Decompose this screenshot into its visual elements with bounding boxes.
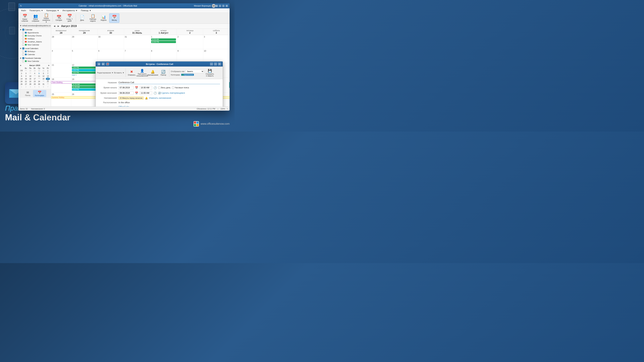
mini-cal-day-7[interactable]: 7 xyxy=(46,72,50,75)
change-reminder-link[interactable]: Изменить напоминания xyxy=(149,97,171,99)
event-19aug-3[interactable]: 2:30 PM xyxy=(72,88,97,91)
dialog-minimize-btn[interactable]: — xyxy=(210,62,213,66)
timezone-checkbox[interactable] xyxy=(172,87,174,89)
mini-cal-day-8[interactable]: 8 xyxy=(20,75,24,78)
tab-calendar[interactable]: 📅 Календарь xyxy=(33,90,46,97)
officesuite-link[interactable]: OfficeSuite xyxy=(118,106,129,106)
mini-cal-day-1sep[interactable]: 1 xyxy=(20,86,24,88)
mini-cal-day-10[interactable]: 10 xyxy=(28,75,32,78)
sidebar-local-group[interactable]: ▼ ✓ Local Calendars xyxy=(18,47,51,50)
mini-cal-day-6sep[interactable]: 6 xyxy=(42,86,46,88)
cal-cell-8aug[interactable]: 8 xyxy=(150,49,177,63)
mini-cal-day-30[interactable]: 30 xyxy=(37,83,41,86)
mini-cal-day-9[interactable]: 9 xyxy=(24,75,28,78)
mini-cal-day-13[interactable]: 13 xyxy=(46,75,50,78)
event-1aug-2[interactable]: 12:00 PM xyxy=(151,41,176,43)
new-calendar-2-checkbox[interactable] xyxy=(22,60,24,62)
menu-tools[interactable]: Инструменты ▼ xyxy=(61,9,79,12)
cal-cell-31jul[interactable]: 31 xyxy=(124,35,150,49)
mini-cal-day-2[interactable]: 2 xyxy=(20,72,24,75)
start-date-cal-icon[interactable]: 📅 xyxy=(135,86,138,89)
minimize-btn[interactable]: — xyxy=(219,5,221,7)
cal-cell-19aug[interactable]: 19 10:30 AM 11:00 AM 2:30 PM xyxy=(71,78,98,92)
mini-cal-day-4[interactable]: 4 xyxy=(32,72,37,75)
dialog-invite-btn[interactable]: 👤 Пригласить пользователей xyxy=(138,67,147,78)
week-button[interactable]: 📊 Неделя xyxy=(98,14,108,23)
new-calendar-1-checkbox[interactable] xyxy=(22,44,24,46)
mini-cal-day-29[interactable]: 29 xyxy=(32,83,37,86)
cal-cell-18aug[interactable]: 18 Team Building xyxy=(51,78,71,92)
calendar-group-checkbox[interactable]: ✓ xyxy=(22,29,24,31)
holidays-checkbox[interactable] xyxy=(22,38,24,40)
end-date-cal-icon[interactable]: 📅 xyxy=(135,92,138,95)
birthdays-checkbox[interactable] xyxy=(22,50,24,52)
everyday-chores-checkbox[interactable] xyxy=(22,35,24,37)
mini-cal-day-21[interactable]: 21 xyxy=(24,80,28,83)
mini-cal-day-14[interactable]: 14 xyxy=(20,78,24,80)
all-day-checkbox[interactable] xyxy=(158,87,160,89)
mini-cal-day-3sep[interactable]: 3 xyxy=(28,86,32,88)
zoom-minus[interactable]: — xyxy=(217,108,219,110)
dialog-maximize-btn[interactable]: □ xyxy=(214,62,217,66)
cal-cell-7aug[interactable]: 7 xyxy=(124,49,150,63)
sidebar-item-appointments[interactable]: Appointments xyxy=(18,31,51,34)
dialog-back-btn[interactable]: ◄ xyxy=(97,62,100,66)
dialog-menu-edit[interactable]: Редактирование ▼ xyxy=(97,72,114,74)
dialog-close-btn[interactable]: ✕ xyxy=(218,62,221,66)
new-meeting-button[interactable]: 👥 Новое собрание xyxy=(30,14,40,23)
dialog-repeat-btn[interactable]: 🔄 Повтор xyxy=(159,67,168,78)
event-19aug-2[interactable]: 11:00 AM xyxy=(72,86,97,88)
cal-cell-29jul[interactable]: 29 xyxy=(71,35,98,49)
mini-cal-day-17[interactable]: 17 xyxy=(32,78,37,80)
cal-cell-9aug[interactable]: 9 xyxy=(177,49,203,63)
sidebar-item-new-calendar-1[interactable]: New Calendar xyxy=(18,43,51,46)
repeat-link[interactable]: 🔄 Сделать повторяющимся xyxy=(158,92,185,94)
sidebar-calendar-group[interactable]: ▼ ✓ Calendar xyxy=(18,28,51,31)
cal-cell-11aug[interactable]: 11 xyxy=(51,63,71,78)
mini-cal-day-6[interactable]: 6 xyxy=(42,72,46,75)
maximize-btn[interactable]: □ xyxy=(222,5,224,7)
event-12aug-1[interactable]: 1:00 PM xyxy=(72,66,97,69)
cal-cell-26aug[interactable]: 26 xyxy=(71,92,98,106)
today-button[interactable]: 📆 Сегодня xyxy=(54,14,64,23)
menu-file[interactable]: Файл xyxy=(20,9,28,12)
mini-cal-day-24[interactable]: 24 xyxy=(37,80,41,83)
sidebar-item-new-calendar-2[interactable]: New Calendar xyxy=(18,60,51,63)
mini-cal-day-4sep[interactable]: 4 xyxy=(32,86,37,88)
mini-cal-day-31[interactable]: 31 xyxy=(42,83,46,86)
sidebar-item-holidays[interactable]: Holidays xyxy=(18,37,51,40)
cal-next-btn[interactable]: ► xyxy=(57,25,60,28)
mini-cal-day-12[interactable]: 12 xyxy=(42,75,46,78)
workweek-button[interactable]: 📋 Рабочая неделя xyxy=(88,14,98,23)
mini-cal-day-28jul[interactable]: 28 xyxy=(28,70,32,72)
dialog-reminder-btn[interactable]: 🔔 Напоминания xyxy=(148,67,157,78)
menu-calendar[interactable]: Календарь ▼ xyxy=(45,9,60,12)
mini-cal-day-20[interactable]: 20 xyxy=(20,80,24,83)
mini-cal-day-5[interactable]: 5 xyxy=(37,72,41,75)
close-btn[interactable]: ✕ xyxy=(226,5,228,7)
mini-cal-next[interactable]: ► xyxy=(48,64,50,66)
cal-cell-25aug[interactable]: 25 Summer Holiday xyxy=(51,92,71,106)
resize-icon-btn[interactable]: ⊞ xyxy=(216,5,218,7)
sidebar-item-jonathan[interactable]: Jonathan_Adams xyxy=(18,40,51,43)
event-12aug-more[interactable]: еще 1 xyxy=(72,74,97,76)
menu-help[interactable]: Помощь ▼ xyxy=(80,9,93,12)
cal-cell-1aug[interactable]: 1 10:00 AM 12:00 PM xyxy=(150,35,177,49)
end-date-input[interactable] xyxy=(118,91,134,95)
mini-cal-day-7sep[interactable]: 7 xyxy=(46,86,50,88)
menu-view[interactable]: Посмотреть ▼ xyxy=(28,9,44,12)
dialog-cancel-btn[interactable]: ✖ Отменить xyxy=(127,67,136,78)
mini-cal-day-3[interactable]: 3 xyxy=(24,72,28,75)
mini-cal-day-5sep[interactable]: 5 xyxy=(37,86,41,88)
start-date-input[interactable] xyxy=(118,86,134,90)
cal-cell-28jul[interactable]: 28 xyxy=(51,35,71,49)
mini-cal-day-26[interactable]: 26 xyxy=(20,83,24,86)
zoom-plus[interactable]: + xyxy=(227,108,228,110)
cal-cell-5aug[interactable]: 5 xyxy=(71,49,98,63)
event-19aug-1[interactable]: 10:30 AM xyxy=(72,84,97,86)
mini-cal-prev[interactable]: ◄ xyxy=(20,64,22,66)
mini-cal-day-16[interactable]: 16 xyxy=(28,78,32,80)
mini-cal-day-27[interactable]: 27 xyxy=(24,83,28,86)
cal-cell-4aug[interactable]: 4 xyxy=(51,49,71,63)
mini-cal-day-22[interactable]: 22 xyxy=(28,80,32,83)
